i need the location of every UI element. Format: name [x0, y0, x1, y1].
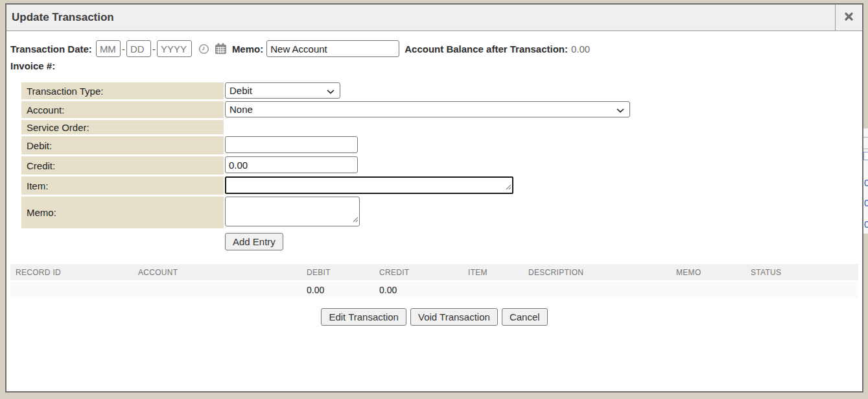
cancel-button[interactable]: Cancel	[502, 308, 548, 326]
account-balance-label: Account Balance after Transaction:	[405, 43, 568, 54]
transaction-type-select[interactable]: Debit	[225, 82, 340, 99]
account-selected: None	[229, 104, 253, 115]
debit-label: Debit:	[21, 136, 224, 154]
entries-table-header: RECORD ID ACCOUNT DEBIT CREDIT ITEM DESC…	[10, 264, 858, 280]
transaction-date-row: Transaction Date: - - Memo:	[10, 40, 858, 57]
cell-credit: 0.00	[374, 282, 463, 298]
cell-status	[745, 282, 858, 298]
resize-grip-icon[interactable]	[505, 181, 511, 192]
close-icon	[844, 12, 854, 24]
background-page-sliver: 0 0 0	[863, 128, 868, 234]
date-day-input[interactable]	[126, 40, 151, 57]
invoice-number-label: Invoice #:	[10, 60, 55, 71]
credit-input[interactable]	[225, 156, 358, 173]
date-separator: -	[122, 43, 125, 54]
dialog-header: Update Transaction	[6, 5, 862, 31]
invoice-row: Invoice #:	[10, 60, 858, 71]
background-clipped-amount: 0	[864, 197, 868, 209]
edit-transaction-button[interactable]: Edit Transaction	[321, 308, 406, 326]
column-header-record-id: RECORD ID	[10, 264, 133, 280]
form-row-debit: Debit:	[21, 136, 858, 154]
cell-debit: 0.00	[301, 282, 374, 298]
column-header-debit: DEBIT	[301, 264, 374, 280]
background-divider	[863, 149, 868, 149]
debit-input[interactable]	[225, 136, 358, 153]
close-button[interactable]	[835, 5, 862, 30]
chevron-down-icon	[327, 85, 334, 96]
add-entry-button[interactable]: Add Entry	[225, 233, 283, 250]
form-row-credit: Credit:	[21, 156, 858, 175]
cell-account	[133, 282, 301, 298]
entry-memo-textarea[interactable]	[225, 197, 360, 226]
transaction-type-selected: Debit	[229, 85, 252, 96]
cell-description	[523, 282, 671, 298]
background-clipped-amount: 0	[864, 219, 868, 230]
form-row-memo: Memo:	[21, 197, 858, 228]
form-row-service-order: Service Order:	[21, 120, 858, 134]
cell-record-id	[10, 282, 133, 298]
entry-memo-label: Memo:	[21, 197, 224, 228]
dialog-body: Transaction Date: - - Memo:	[6, 31, 862, 326]
entry-form: Transaction Type: Debit Account: None	[21, 82, 858, 228]
memo-label: Memo:	[232, 43, 263, 54]
credit-label: Credit:	[21, 156, 224, 175]
calendar-icon[interactable]	[215, 43, 227, 54]
memo-input[interactable]	[266, 40, 399, 57]
table-row: 0.00 0.00	[10, 282, 858, 298]
void-transaction-button[interactable]: Void Transaction	[410, 308, 498, 326]
date-year-input[interactable]	[157, 40, 192, 57]
item-label: Item:	[21, 176, 224, 195]
dialog-title: Update Transaction	[6, 5, 835, 30]
cell-item	[463, 282, 523, 298]
account-label: Account:	[21, 101, 224, 118]
form-row-account: Account: None	[21, 101, 858, 118]
transaction-type-label: Transaction Type:	[21, 82, 224, 99]
cell-memo	[671, 282, 745, 298]
background-clipped-field	[863, 152, 868, 160]
background-divider	[863, 137, 868, 138]
form-row-transaction-type: Transaction Type: Debit	[21, 82, 858, 99]
account-balance-value: 0.00	[571, 43, 590, 54]
clock-icon[interactable]	[198, 43, 209, 54]
column-header-memo: MEMO	[671, 264, 745, 280]
service-order-label: Service Order:	[21, 120, 224, 134]
column-header-description: DESCRIPTION	[523, 264, 671, 280]
column-header-credit: CREDIT	[374, 264, 463, 280]
update-transaction-dialog: Update Transaction Transaction Date: - -	[5, 3, 863, 393]
column-header-status: STATUS	[745, 264, 858, 280]
column-header-account: ACCOUNT	[133, 264, 301, 280]
account-select[interactable]: None	[225, 101, 630, 117]
date-separator: -	[152, 43, 156, 54]
column-header-item: ITEM	[463, 264, 523, 280]
background-clipped-amount: 0	[864, 177, 868, 189]
item-input[interactable]	[225, 176, 513, 194]
entries-table: RECORD ID ACCOUNT DEBIT CREDIT ITEM DESC…	[10, 264, 858, 298]
transaction-date-label: Transaction Date:	[10, 43, 92, 54]
dialog-actions: Edit Transaction Void Transaction Cancel	[10, 308, 858, 326]
form-row-item: Item:	[21, 176, 858, 195]
date-month-input[interactable]	[96, 40, 121, 57]
resize-grip-icon[interactable]	[352, 213, 358, 225]
chevron-down-icon	[616, 104, 624, 115]
